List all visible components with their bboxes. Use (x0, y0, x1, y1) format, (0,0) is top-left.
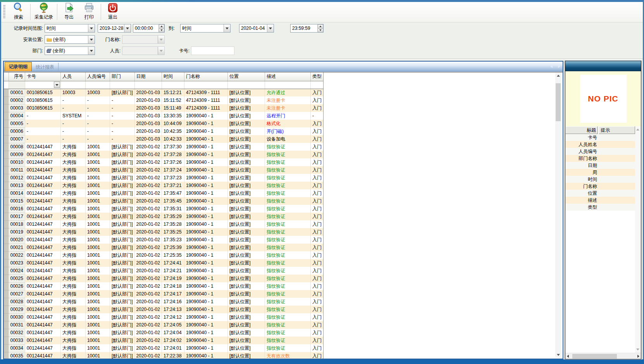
info-row[interactable]: 位置 (565, 190, 635, 197)
table-row[interactable]: 000180012441447大拇指10001[默认部门]2020-01-021… (4, 220, 323, 228)
time-range-type-to-combobox[interactable]: 时间 (180, 24, 231, 33)
info-row[interactable]: 描述 (565, 197, 635, 204)
door-name-combobox[interactable] (122, 35, 165, 44)
chevron-down-icon[interactable] (124, 24, 131, 32)
spin-up-icon[interactable] (318, 24, 323, 28)
column-header-person-id[interactable]: 人员编号 (85, 72, 110, 81)
tab-scroll-right-icon[interactable] (558, 64, 560, 68)
time-range-type-from-combobox[interactable]: 时间 (45, 24, 95, 33)
table-row[interactable]: 00004-SYSTEM--2020-01-0313:30:3519090040… (4, 112, 323, 120)
info-row[interactable]: 时间 (565, 176, 635, 183)
table-row[interactable]: 000150012441447大拇指10001[默认部门]2020-01-021… (4, 197, 323, 205)
table-row[interactable]: 000230012441447大拇指10001[默认部门]2020-01-021… (4, 259, 323, 267)
table-row[interactable]: 000080012441447大拇指10001[默认部门]2020-01-021… (4, 143, 323, 151)
table-row[interactable]: 00007----2020-01-0310:42:3319090040 - 1[… (4, 135, 323, 143)
table-row[interactable]: 000200012441447大拇指10001[默认部门]2020-01-021… (4, 236, 323, 244)
chevron-down-icon[interactable] (54, 82, 60, 88)
table-row[interactable]: 000340012441447大拇指10001[默认部门]2020-01-021… (4, 344, 323, 352)
info-vertical-scrollbar[interactable] (635, 126, 641, 353)
info-column-hint[interactable]: 提示 (599, 126, 635, 134)
table-row[interactable]: 000310012441447大拇指10001[默认部门]2020-01-021… (4, 321, 323, 329)
table-row[interactable]: 000330012441447大拇指10001[默认部门]2020-01-021… (4, 337, 323, 344)
table-row[interactable]: 000320012441447大拇指10001[默认部门]2020-01-021… (4, 329, 323, 337)
table-row[interactable]: 000280012441447大拇指10001[默认部门]2020-01-021… (4, 298, 323, 306)
tab-statistics-report[interactable]: 统计报表 (32, 63, 59, 71)
info-row[interactable]: 日期 (565, 162, 635, 169)
table-row[interactable]: 000250012441447大拇指10001[默认部门]2020-01-021… (4, 275, 323, 282)
scroll-right-icon[interactable] (637, 355, 639, 358)
card-number-input[interactable] (191, 46, 234, 55)
table-row[interactable]: 000190012441447大拇指10001[默认部门]2020-01-021… (4, 228, 323, 236)
scrollbar-thumb[interactable] (556, 83, 561, 121)
time-from-spinner[interactable]: 00:00:00 (133, 24, 165, 33)
filter-cell-card-no[interactable] (25, 81, 60, 89)
table-row[interactable]: 000100012441447大拇指10001[默认部门]2020-01-021… (4, 158, 323, 166)
column-header-person[interactable]: 人员 (60, 72, 85, 81)
chevron-down-icon[interactable] (88, 36, 95, 43)
toolbar-grip-handle[interactable] (3, 5, 5, 19)
card-filter-dropdown[interactable] (25, 81, 60, 89)
install-location-combobox[interactable]: (全部) (45, 35, 95, 44)
chevron-down-icon[interactable] (224, 24, 230, 32)
column-header-location[interactable]: 位置 (227, 72, 265, 81)
info-row[interactable]: 类型 (565, 204, 635, 211)
info-row[interactable]: 卡号 (565, 134, 635, 141)
table-row[interactable]: 000290012441447大拇指10001[默认部门]2020-01-021… (4, 306, 323, 313)
table-row[interactable]: 000030010850615---2020-01-0315:11:494712… (4, 104, 323, 112)
table-row[interactable]: 000270012441447大拇指10001[默认部门]2020-01-021… (4, 290, 323, 298)
scroll-left-icon[interactable] (567, 355, 569, 358)
date-to-picker[interactable]: 2020-01-04 (239, 24, 274, 33)
info-row[interactable]: 周 (565, 169, 635, 176)
column-header-time[interactable]: 时间 (162, 72, 184, 81)
scroll-up-icon[interactable] (636, 129, 639, 130)
chevron-down-icon[interactable] (88, 47, 95, 55)
column-header-seq[interactable]: 序号 (9, 72, 25, 81)
table-row[interactable]: 0000100108506151000310003[默认部门]2020-01-0… (4, 89, 323, 96)
table-row[interactable]: 000110012441447大拇指10001[默认部门]2020-01-021… (4, 166, 323, 174)
tab-scroll-left-icon[interactable] (550, 64, 553, 68)
table-row[interactable]: 000260012441447大拇指10001[默认部门]2020-01-021… (4, 282, 323, 290)
table-row[interactable]: 000300012441447大拇指10001[默认部门]2020-01-021… (4, 313, 323, 321)
column-header-description[interactable]: 描述 (265, 72, 310, 81)
table-row[interactable]: 000130012441447大拇指10001[默认部门]2020-01-021… (4, 182, 323, 189)
table-row[interactable]: 000220012441447大拇指10001[默认部门]2020-01-021… (4, 251, 323, 259)
table-row[interactable]: 000140012441447大拇指10001[默认部门]2020-01-021… (4, 189, 323, 197)
info-row[interactable]: 门名称 (565, 183, 635, 190)
scroll-down-icon[interactable] (636, 349, 639, 350)
info-column-title[interactable]: 标题 (565, 126, 598, 134)
scroll-down-icon[interactable] (555, 352, 561, 358)
column-header-type[interactable]: 类型 (310, 72, 323, 81)
department-combobox[interactable]: (全部) (45, 46, 95, 55)
scroll-up-icon[interactable] (555, 72, 561, 79)
info-horizontal-scrollbar[interactable] (565, 353, 641, 359)
table-row[interactable]: 000160012441447大拇指10001[默认部门]2020-01-021… (4, 205, 323, 213)
collect-records-button[interactable]: 采集记录 (32, 2, 55, 22)
chevron-down-icon[interactable] (88, 24, 95, 32)
column-header-date[interactable]: 日期 (134, 72, 162, 81)
table-row[interactable]: 000350012441447大拇指10001[默认部门]2020-01-021… (4, 352, 323, 359)
table-row[interactable]: 000090012441447大拇指10001[默认部门]2020-01-021… (4, 151, 323, 158)
table-row[interactable]: 000210012441447大拇指10001[默认部门]2020-01-021… (4, 244, 323, 251)
table-row[interactable]: 00005----2020-01-0310:44:0919090040 - 1[… (4, 120, 323, 127)
export-button[interactable]: 导出 (59, 2, 79, 22)
exit-button[interactable]: 退出 (103, 2, 123, 22)
search-button[interactable]: 搜索 (9, 2, 29, 22)
scrollbar-thumb[interactable] (572, 354, 617, 359)
column-header-door-name[interactable]: 门名称 (184, 72, 227, 81)
column-header-department[interactable]: 部门 (110, 72, 134, 81)
person-combobox[interactable] (122, 46, 165, 55)
spin-down-icon[interactable] (318, 28, 323, 32)
table-row[interactable]: 000020010850615---2020-01-0315:11:524712… (4, 96, 323, 104)
table-row[interactable]: 000240012441447大拇指10001[默认部门]2020-01-021… (4, 267, 323, 275)
column-header-card-no[interactable]: 卡号 (25, 72, 60, 81)
spin-down-icon[interactable] (159, 28, 164, 32)
table-row[interactable]: 000120012441447大拇指10001[默认部门]2020-01-021… (4, 174, 323, 182)
info-row[interactable]: 人员姓名 (565, 141, 635, 148)
info-row[interactable]: 部门名称 (565, 155, 635, 162)
tab-record-detail[interactable]: 记录明细 (5, 62, 32, 71)
table-row[interactable]: 00006----2020-01-0310:42:3519090040 - 1[… (4, 127, 323, 135)
time-to-spinner[interactable]: 23:59:59 (290, 24, 324, 33)
table-row[interactable]: 000170012441447大拇指10001[默认部门]2020-01-021… (4, 213, 323, 220)
info-row[interactable]: 人员编号 (565, 148, 635, 155)
chevron-down-icon[interactable] (267, 24, 274, 32)
